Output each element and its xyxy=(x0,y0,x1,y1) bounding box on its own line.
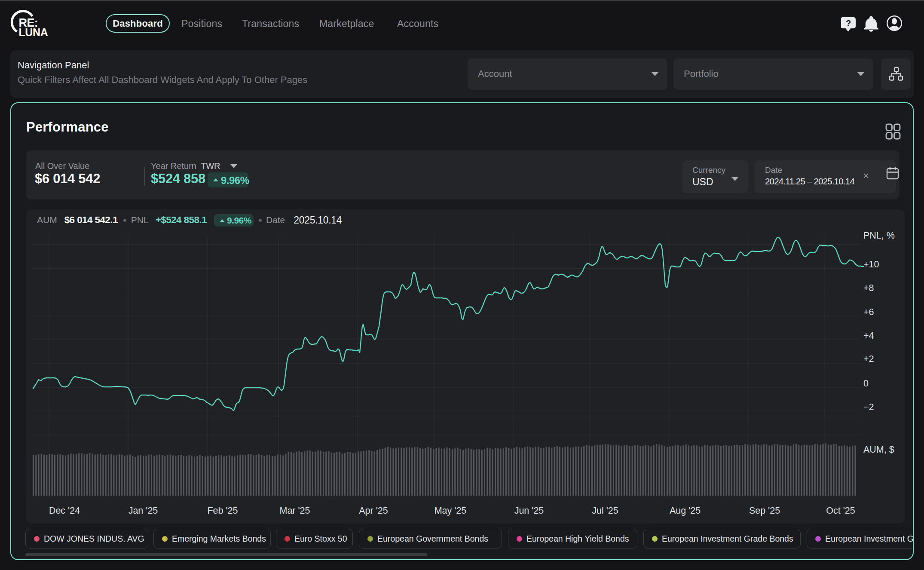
svg-text:May '25: May '25 xyxy=(434,506,467,516)
svg-text:Apr '25: Apr '25 xyxy=(359,506,388,516)
svg-text:Sep '25: Sep '25 xyxy=(749,506,780,516)
svg-text:LUNA: LUNA xyxy=(19,26,48,38)
svg-text:Oct '25: Oct '25 xyxy=(826,506,855,516)
svg-text:−2: −2 xyxy=(863,402,874,412)
svg-text:Jun '25: Jun '25 xyxy=(514,506,544,516)
svg-text:+6: +6 xyxy=(863,307,874,317)
svg-text:AUM, $: AUM, $ xyxy=(863,444,894,455)
svg-text:Mar '25: Mar '25 xyxy=(279,506,310,516)
svg-text:+8: +8 xyxy=(863,283,874,293)
svg-text:0: 0 xyxy=(863,378,869,389)
svg-text:+10: +10 xyxy=(863,259,879,270)
svg-text:Jul '25: Jul '25 xyxy=(592,506,618,516)
svg-text:PNL, %: PNL, % xyxy=(863,230,895,241)
svg-text:Aug '25: Aug '25 xyxy=(670,506,701,516)
svg-text:Jan '25: Jan '25 xyxy=(129,506,158,516)
svg-text:Feb '25: Feb '25 xyxy=(207,506,238,516)
svg-text:Dec '24: Dec '24 xyxy=(49,506,80,516)
svg-text:+2: +2 xyxy=(863,354,874,364)
svg-text:?: ? xyxy=(846,18,851,28)
svg-text:+4: +4 xyxy=(863,331,874,341)
